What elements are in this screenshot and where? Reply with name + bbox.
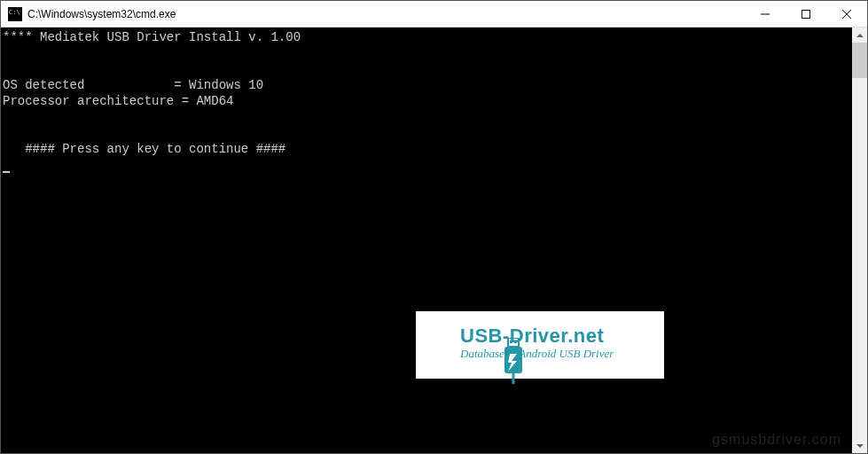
cmd-window: C:\Windows\system32\cmd.exe **** Mediate… — [0, 0, 868, 454]
svg-rect-6 — [514, 340, 517, 343]
svg-rect-4 — [508, 338, 519, 347]
svg-rect-5 — [510, 340, 512, 343]
window-title: C:\Windows\system32\cmd.exe — [27, 8, 745, 20]
vertical-scrollbar[interactable] — [852, 27, 867, 453]
console-area: **** Mediatek USB Driver Install v. 1.00… — [1, 27, 867, 453]
svg-rect-1 — [802, 10, 810, 18]
cursor — [3, 171, 10, 173]
watermark-bottom-text: gsmusbdriver.com — [712, 432, 841, 448]
svg-rect-7 — [504, 347, 522, 373]
logo-text-block: USB-Driver.net Database of Android USB D… — [460, 328, 614, 362]
console-line: OS detected = Windows 10 — [3, 78, 263, 92]
window-controls — [745, 1, 867, 27]
console-line: #### Press any key to continue #### — [3, 142, 285, 156]
cmd-icon — [8, 7, 22, 21]
scroll-thumb[interactable] — [852, 43, 867, 78]
close-button[interactable] — [826, 1, 867, 27]
scroll-down-button[interactable] — [852, 438, 867, 453]
titlebar[interactable]: C:\Windows\system32\cmd.exe — [1, 1, 867, 27]
logo-sub-text: Database of Android USB Driver — [460, 346, 614, 362]
console-line: Processor arechitecture = AMD64 — [3, 94, 233, 108]
scroll-up-button[interactable] — [852, 27, 867, 43]
console-output[interactable]: **** Mediatek USB Driver Install v. 1.00… — [1, 27, 852, 453]
usb-icon — [425, 322, 453, 368]
watermark-logo: USB-Driver.net Database of Android USB D… — [416, 311, 664, 379]
logo-main-text: USB-Driver.net — [460, 328, 614, 344]
maximize-button[interactable] — [786, 1, 826, 27]
scroll-track[interactable] — [852, 43, 867, 438]
minimize-button[interactable] — [745, 1, 786, 27]
console-line: **** Mediatek USB Driver Install v. 1.00 — [3, 30, 301, 44]
